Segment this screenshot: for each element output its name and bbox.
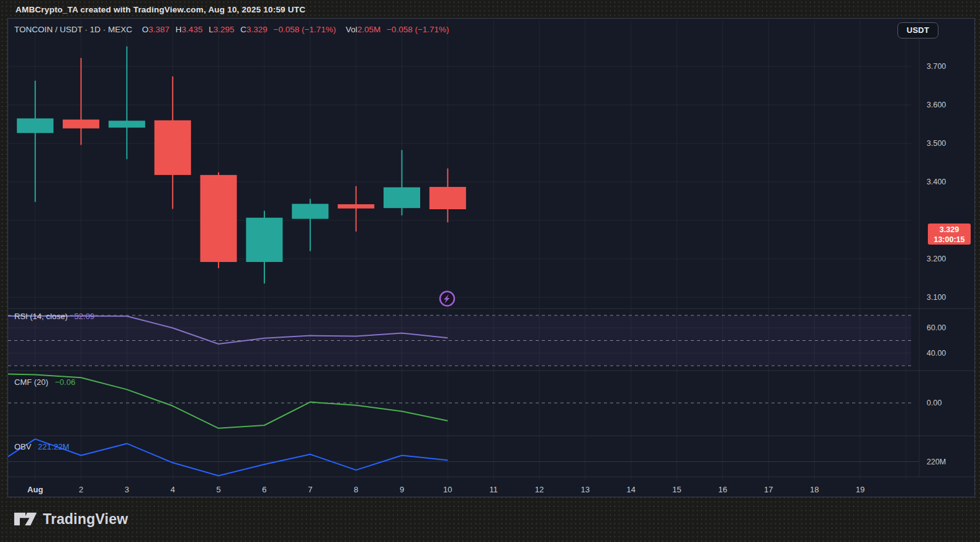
cmf-indicator-name: CMF (20) (14, 377, 48, 387)
candle-body[interactable] (338, 204, 374, 209)
chart-widget: 3.7003.6003.5003.4003.2003.10060.0040.00… (7, 18, 975, 497)
time-axis-label: 13 (581, 485, 590, 494)
close-label: C (240, 25, 246, 34)
cmf-pane-legend[interactable]: CMF (20) −0.06 (14, 377, 75, 387)
tradingview-logo-text: TradingView (43, 511, 128, 528)
time-axis-label: 10 (443, 485, 452, 494)
currency-toggle-button[interactable]: USDT (897, 22, 938, 38)
time-axis-label: Aug (27, 485, 43, 494)
price-axis-label: 3.600 (927, 101, 946, 109)
rsi-indicator-name: RSI (14, close) (14, 312, 68, 321)
time-axis-label: 11 (489, 485, 498, 494)
candle-body[interactable] (17, 119, 53, 133)
last-price-badge: 3.329 13:00:15 (928, 224, 971, 245)
screenshot-root: { "attribution": "AMBCrypto_TA created w… (0, 0, 980, 542)
obv-indicator-name: OBV (14, 442, 31, 451)
candle-body[interactable] (63, 120, 99, 129)
low-value: 3.295 (214, 25, 235, 34)
high-value: 3.435 (182, 25, 203, 34)
obv-axis-label: 220M (927, 458, 946, 466)
symbol-title[interactable]: TONCOIN / USDT · 1D · MEXC (14, 25, 132, 34)
time-axis-label: 16 (718, 485, 727, 494)
chart-canvas[interactable]: 3.7003.6003.5003.4003.2003.10060.0040.00… (8, 19, 976, 498)
obv-pane-legend[interactable]: OBV 221.22M (14, 442, 70, 451)
price-axis-label: 3.100 (927, 293, 946, 302)
time-axis-label: 3 (125, 485, 129, 494)
open-value: 3.387 (148, 25, 169, 34)
open-label: O (142, 25, 149, 34)
candle-body[interactable] (429, 187, 466, 209)
candle-body[interactable] (292, 204, 328, 219)
volume-value: 2.05M (357, 25, 381, 34)
close-value: 3.329 (246, 25, 267, 34)
time-axis-label: 12 (535, 485, 544, 494)
candle-body[interactable] (109, 120, 145, 127)
tradingview-logo-icon (14, 510, 37, 528)
price-axis-label: 3.200 (927, 255, 946, 263)
last-price-value: 3.329 (928, 225, 971, 235)
time-axis-label: 2 (79, 485, 83, 494)
tradingview-logo[interactable]: TradingView (14, 510, 128, 528)
volume-change: −0.058 (−1.71%) (387, 25, 449, 34)
low-label: L (209, 25, 214, 34)
attribution-text: AMBCrypto_TA created with TradingView.co… (16, 5, 305, 14)
cmf-axis-label: 0.00 (927, 399, 942, 407)
volume-label: Vol (346, 25, 357, 34)
time-axis-label: 8 (354, 485, 358, 494)
rsi-axis-label: 40.00 (927, 349, 946, 358)
time-axis-label: 5 (216, 485, 220, 494)
candle-body[interactable] (200, 175, 237, 262)
time-axis-label: 6 (262, 485, 266, 494)
cmf-indicator-value: −0.06 (55, 377, 76, 387)
obv-line (8, 439, 447, 476)
symbol-legend: TONCOIN / USDT · 1D · MEXC O3.387 H3.435… (14, 25, 449, 34)
rsi-indicator-value: 52.09 (74, 312, 95, 321)
high-label: H (176, 25, 182, 34)
rsi-axis-label: 60.00 (927, 323, 946, 332)
candle-body[interactable] (155, 120, 191, 175)
time-axis-label: 18 (810, 485, 819, 494)
time-axis-label: 19 (856, 485, 865, 494)
time-axis-label: 7 (308, 485, 312, 494)
change-value: −0.058 (−1.71%) (274, 25, 336, 34)
time-axis-label: 15 (672, 485, 681, 494)
rsi-band (8, 315, 911, 366)
time-axis-label: 14 (627, 485, 636, 494)
time-axis-label: 4 (171, 485, 175, 494)
price-axis-label: 3.500 (927, 139, 946, 148)
time-axis-label: 9 (400, 485, 404, 494)
obv-indicator-value: 221.22M (38, 442, 70, 451)
candle-body[interactable] (246, 218, 282, 262)
time-axis-label: 17 (764, 485, 773, 494)
rsi-pane-legend[interactable]: RSI (14, close) 52.09 (14, 312, 94, 321)
price-axis-label: 3.700 (927, 62, 946, 71)
candle-body[interactable] (384, 187, 420, 208)
price-axis-label: 3.400 (927, 178, 946, 186)
bar-countdown: 13:00:15 (928, 235, 971, 245)
